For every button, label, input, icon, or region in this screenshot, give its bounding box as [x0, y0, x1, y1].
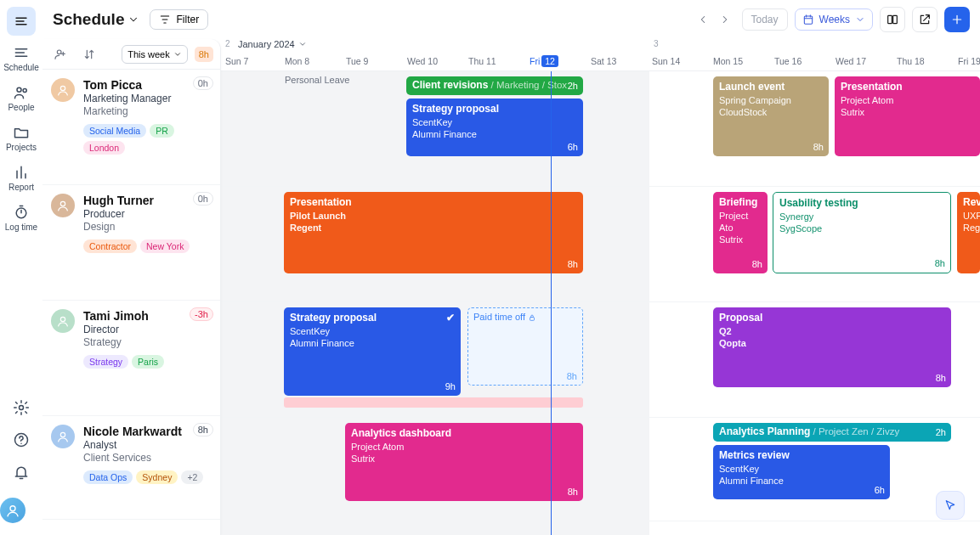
cursor-icon [943, 498, 957, 512]
layout-toggle-button[interactable] [880, 7, 905, 32]
person-row[interactable]: Tami Jimoh Director Strategy StrategyPar… [42, 301, 220, 416]
task-hours: 8h [568, 486, 578, 498]
range-label: This week [127, 49, 170, 59]
pto-block[interactable]: Paid time off 8h [467, 307, 583, 386]
schedule-lane[interactable]: Strategy proposal✔ScentKeyAlumni Finance… [221, 302, 980, 418]
task-title: Metrics review [719, 449, 884, 463]
task-block[interactable]: ProposalQ2Qopta8h [713, 307, 951, 387]
person-dept: Design [83, 221, 212, 233]
bar-chart-icon [13, 164, 30, 181]
person-tag[interactable]: Contractor [83, 239, 137, 253]
task-block[interactable]: Strategy proposalScentKeyAlumni Finance6… [406, 99, 583, 156]
rail-schedule[interactable]: Schedule [0, 39, 42, 79]
sort-button[interactable] [78, 43, 100, 65]
task-block[interactable]: Launch eventSpring CampaignCloudStock8h [713, 76, 829, 156]
rail-report[interactable]: Report [0, 159, 42, 199]
task-block[interactable]: Client revisions / Marketing / Stox2h [406, 76, 583, 95]
filter-button[interactable]: Filter [150, 9, 208, 30]
person-tag[interactable]: Paris [132, 355, 164, 369]
person-row[interactable]: Tom Picca Marketing Manager Marketing So… [42, 70, 220, 185]
svg-point-1 [23, 88, 26, 92]
rail-people[interactable]: People [0, 79, 42, 119]
person-tag[interactable]: Data Ops [83, 470, 133, 484]
rail-logtime[interactable]: Log time [0, 199, 42, 239]
rail-logtime-label: Log time [5, 222, 37, 232]
today-button[interactable]: Today [742, 8, 788, 31]
task-title: Strategy proposal✔ [290, 312, 455, 325]
task-block[interactable]: Metrics reviewScentKeyAlumni Finance6h [713, 445, 890, 499]
task-line2: ScentKey [290, 325, 455, 337]
prev-period[interactable] [693, 9, 713, 30]
view-mode-label: Weeks [819, 14, 850, 25]
avatar [51, 425, 75, 448]
person-row[interactable]: Hugh Turner Producer Design ContractorNe… [42, 185, 220, 301]
task-hours: 9h [445, 380, 456, 392]
task-block[interactable]: PresentationPilot LaunchRegent8h [284, 192, 583, 273]
rail-notifications[interactable] [0, 457, 42, 489]
next-period[interactable] [715, 9, 735, 30]
person-tag[interactable]: Strategy [83, 355, 128, 369]
day-label: Tue 16 [774, 56, 802, 66]
task-block[interactable]: PresentationProject AtomSutrix [835, 76, 980, 156]
person-row[interactable]: Nicole Markwardt Analyst Client Services… [42, 416, 220, 520]
day-label: Mon 15 [713, 56, 743, 66]
person-tag[interactable]: London [83, 141, 125, 155]
page-title[interactable]: Schedule [53, 10, 139, 29]
rail-projects[interactable]: Projects [0, 119, 42, 159]
person-tag[interactable]: Social Media [83, 124, 146, 138]
task-line3: Sutrix [351, 453, 577, 465]
task-block[interactable]: Analytics Planning / Project Zen / Zivzy… [713, 423, 951, 442]
add-person-button[interactable] [49, 43, 71, 65]
people-column: This week 8h Tom Picca Marketing Manager… [42, 39, 221, 535]
task-block[interactable]: RevUXFReg [957, 192, 980, 273]
task-line2: Pilot Launch [290, 210, 577, 222]
task-line3: Sutrix [719, 234, 762, 245]
person-tag[interactable]: PR [150, 124, 174, 138]
task-block[interactable]: Analytics dashboardProject AtomSutrix8h [345, 423, 583, 501]
rail-user-avatar[interactable] [0, 498, 25, 523]
rail-help[interactable] [0, 425, 42, 457]
overallocation-bar [284, 397, 583, 408]
grid-body[interactable]: Personal LeaveClient revisions / Marketi… [221, 71, 980, 535]
chevron-down-icon [173, 50, 182, 59]
svg-point-9 [57, 50, 61, 54]
task-title: Briefing [719, 196, 762, 210]
task-line3: Alumni Finance [290, 337, 455, 349]
range-select-button[interactable]: This week [122, 45, 188, 64]
person-tag[interactable]: +2 [181, 470, 203, 484]
schedule-icon [13, 44, 30, 61]
add-button[interactable] [944, 7, 970, 32]
day-label: Sun 7 [225, 56, 248, 66]
task-block[interactable]: BriefingProject AtoSutrix8h [713, 192, 768, 273]
schedule-lane[interactable]: Personal LeaveClient revisions / Marketi… [221, 71, 980, 187]
rail-settings[interactable] [0, 392, 42, 425]
person-hours-chip: -3h [190, 307, 213, 321]
task-hours: 2h [568, 80, 578, 92]
task-hours: 8h [752, 258, 762, 270]
month-label[interactable]: January 2024 [238, 39, 307, 49]
person-tag[interactable]: Sydney [136, 470, 178, 484]
layout-icon [886, 13, 899, 26]
svg-point-12 [60, 317, 65, 321]
schedule-lane[interactable]: PresentationPilot LaunchRegent8hBriefing… [221, 187, 980, 302]
task-line3: Alumni Finance [412, 128, 577, 140]
task-block[interactable]: Usability testingSynergySygScope8h [773, 192, 951, 273]
schedule-lane[interactable]: Analytics dashboardProject AtomSutrix8hA… [221, 418, 980, 521]
person-role: Marketing Manager [83, 93, 212, 104]
person-hours-chip: 8h [193, 423, 213, 436]
task-line3: CloudStock [719, 106, 823, 118]
open-external-button[interactable] [912, 7, 938, 32]
svg-rect-8 [893, 15, 898, 23]
avatar [51, 309, 75, 333]
people-icon [13, 84, 30, 101]
day-label: Sat 13 [591, 56, 616, 66]
person-tag[interactable]: New York [140, 239, 190, 253]
cursor-mode-button[interactable] [936, 491, 965, 520]
app-logo[interactable] [7, 7, 36, 36]
week-number: 2 [225, 39, 230, 48]
view-mode-button[interactable]: Weeks [795, 8, 873, 31]
task-hours: 2h [936, 426, 946, 438]
task-block[interactable]: Strategy proposal✔ScentKeyAlumni Finance… [284, 307, 461, 396]
day-label: Mon 8 [285, 56, 309, 66]
task-line3: Regent [290, 222, 577, 234]
